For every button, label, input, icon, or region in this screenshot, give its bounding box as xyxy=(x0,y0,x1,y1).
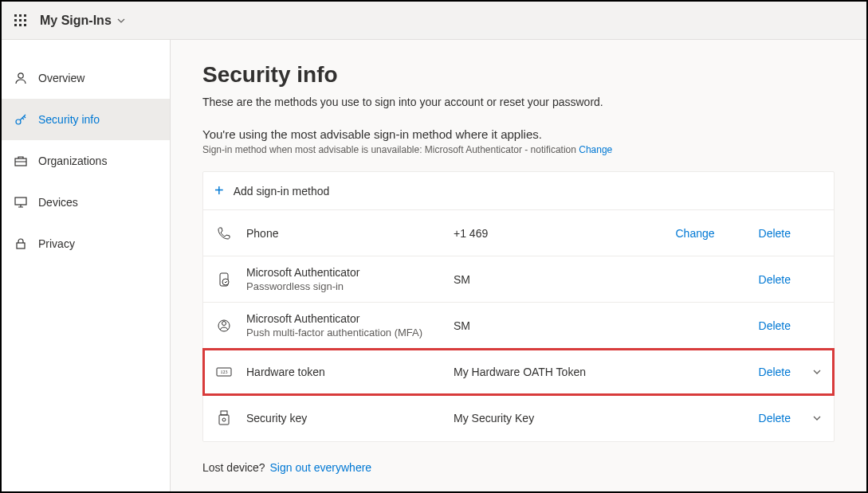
app-title-dropdown[interactable]: My Sign-Ins xyxy=(40,14,126,28)
phone-icon xyxy=(214,225,234,241)
delete-link[interactable]: Delete xyxy=(759,412,791,425)
method-row-authenticator-passwordless: Microsoft Authenticator Passwordless sig… xyxy=(203,256,834,303)
topbar: My Sign-Ins xyxy=(2,2,866,40)
briefcase-icon xyxy=(13,153,29,169)
change-default-link[interactable]: Change xyxy=(579,144,612,155)
sidebar-item-organizations[interactable]: Organizations xyxy=(2,140,170,182)
sidebar-item-privacy[interactable]: Privacy xyxy=(2,223,170,264)
waffle-icon xyxy=(14,14,27,27)
delete-link[interactable]: Delete xyxy=(759,319,791,332)
svg-point-17 xyxy=(222,321,226,325)
page-title: Security info xyxy=(202,62,835,88)
app-launcher-button[interactable] xyxy=(8,8,33,33)
add-sign-in-method-button[interactable]: + Add sign-in method xyxy=(203,172,834,210)
security-key-icon xyxy=(214,410,234,426)
chevron-down-icon xyxy=(116,16,126,25)
method-value: My Security Key xyxy=(454,412,759,425)
sidebar-item-security-info[interactable]: Security info xyxy=(2,99,170,140)
app-title-text: My Sign-Ins xyxy=(40,14,112,28)
sign-out-everywhere-link[interactable]: Sign out everywhere xyxy=(270,461,372,474)
svg-rect-6 xyxy=(14,24,17,26)
sidebar-item-label: Privacy xyxy=(38,237,75,250)
method-name: Microsoft Authenticator xyxy=(246,266,454,279)
sidebar-item-label: Organizations xyxy=(38,155,107,167)
sidebar-item-overview[interactable]: Overview xyxy=(2,57,170,99)
svg-text:123: 123 xyxy=(221,370,228,374)
svg-point-15 xyxy=(222,279,229,285)
method-sub: Passwordless sign-in xyxy=(246,280,454,292)
svg-point-9 xyxy=(18,73,23,78)
hardware-token-icon: 123 xyxy=(214,366,234,378)
page-subtitle: These are the methods you use to sign in… xyxy=(202,96,835,108)
advisory-text: You're using the most advisable sign-in … xyxy=(202,127,835,141)
svg-rect-3 xyxy=(14,19,17,22)
authenticator-push-icon xyxy=(214,318,234,334)
svg-rect-1 xyxy=(19,14,22,17)
svg-rect-21 xyxy=(219,415,229,425)
advisory-sub-text: Sign-in method when most advisable is un… xyxy=(202,144,579,155)
svg-rect-4 xyxy=(19,19,22,22)
method-value: SM xyxy=(454,319,759,332)
svg-rect-20 xyxy=(221,411,227,415)
lost-device-section: Lost device? Sign out everywhere xyxy=(202,461,835,474)
delete-link[interactable]: Delete xyxy=(759,273,791,286)
method-value: My Hardware OATH Token xyxy=(454,366,759,378)
chevron-down-icon[interactable] xyxy=(811,413,823,424)
key-icon xyxy=(13,112,29,127)
svg-point-22 xyxy=(222,418,226,421)
add-method-label: Add sign-in method xyxy=(234,185,330,198)
method-name: Phone xyxy=(246,227,454,240)
method-row-hardware-token[interactable]: 123 Hardware token My Hardware OATH Toke… xyxy=(203,349,834,395)
svg-rect-8 xyxy=(24,24,26,26)
svg-rect-0 xyxy=(14,14,17,17)
sidebar-item-label: Devices xyxy=(38,196,78,209)
main-content: Security info These are the methods you … xyxy=(171,40,866,491)
method-value: +1 469 xyxy=(454,227,675,240)
lock-icon xyxy=(13,236,29,252)
method-name: Hardware token xyxy=(246,366,454,378)
monitor-icon xyxy=(13,194,29,210)
method-row-security-key[interactable]: Security key My Security Key Delete xyxy=(203,395,834,441)
sidebar-item-label: Security info xyxy=(38,113,100,126)
method-row-authenticator-push: Microsoft Authenticator Push multi-facto… xyxy=(203,303,834,349)
change-link[interactable]: Change xyxy=(675,227,714,240)
svg-rect-7 xyxy=(19,24,22,26)
method-row-phone: Phone +1 469 Change Delete xyxy=(203,210,834,256)
svg-rect-2 xyxy=(24,14,26,17)
delete-link[interactable]: Delete xyxy=(759,227,791,240)
sidebar: Overview Security info Organizations Dev… xyxy=(2,40,171,491)
svg-rect-5 xyxy=(24,19,26,22)
authenticator-icon xyxy=(214,272,234,288)
method-name: Microsoft Authenticator xyxy=(246,312,454,325)
plus-icon: + xyxy=(214,182,224,200)
method-sub: Push multi-factor authentication (MFA) xyxy=(246,327,454,338)
delete-link[interactable]: Delete xyxy=(759,366,791,378)
method-name: Security key xyxy=(246,412,454,425)
chevron-down-icon[interactable] xyxy=(811,366,823,378)
method-value: SM xyxy=(454,273,759,286)
advisory-sub: Sign-in method when most advisable is un… xyxy=(202,144,835,155)
svg-rect-13 xyxy=(17,243,25,248)
methods-list: + Add sign-in method Phone +1 469 Change… xyxy=(202,171,835,442)
person-icon xyxy=(13,70,29,86)
sidebar-item-label: Overview xyxy=(38,72,84,84)
svg-rect-12 xyxy=(15,198,26,205)
lost-device-text: Lost device? xyxy=(202,461,265,474)
sidebar-item-devices[interactable]: Devices xyxy=(2,182,170,223)
